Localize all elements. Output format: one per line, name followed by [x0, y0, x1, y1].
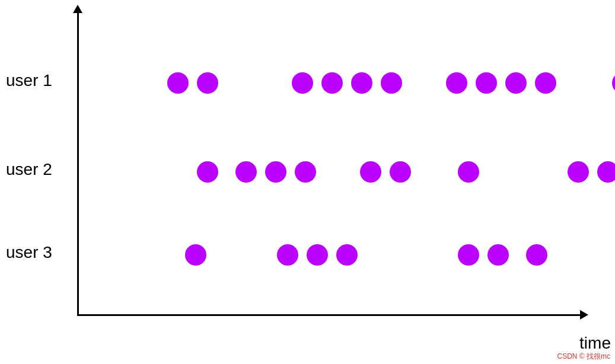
- dot-u2-6: [390, 161, 411, 183]
- dot-u2-3: [265, 161, 286, 183]
- dot-u1-1: [167, 72, 189, 94]
- y-axis-arrow: [73, 5, 82, 13]
- dot-u3-5: [458, 244, 479, 266]
- dot-u2-1: [197, 161, 218, 183]
- dot-u3-7: [526, 244, 547, 266]
- dot-u2-4: [295, 161, 316, 183]
- dot-u1-8: [476, 72, 497, 94]
- y-axis: [77, 12, 79, 314]
- watermark: CSDN © 找很mc: [557, 352, 610, 362]
- dot-u1-3: [292, 72, 313, 94]
- dot-u2-5: [360, 161, 381, 183]
- x-axis-arrow: [580, 310, 588, 320]
- dot-u3-1: [185, 244, 206, 266]
- axes: user 1 user 2 user 3 time: [77, 12, 593, 326]
- dot-u1-5: [351, 72, 372, 94]
- dot-u1-2: [197, 72, 218, 94]
- dot-u2-9: [597, 161, 615, 183]
- dot-u3-2: [277, 244, 298, 266]
- dot-u2-2: [235, 161, 257, 183]
- dot-u2-7: [458, 161, 479, 183]
- dot-u1-10: [535, 72, 556, 94]
- chart-container: user 1 user 2 user 3 time: [0, 0, 615, 364]
- label-user2: user 2: [6, 160, 52, 179]
- dot-u1-11: [612, 72, 615, 94]
- dot-u3-6: [487, 244, 509, 266]
- dot-u1-9: [505, 72, 527, 94]
- label-user1: user 1: [6, 71, 52, 90]
- dot-u1-4: [321, 72, 343, 94]
- label-user3: user 3: [6, 243, 52, 262]
- label-time: time: [579, 334, 611, 353]
- dot-u1-6: [381, 72, 402, 94]
- dot-u3-4: [336, 244, 358, 266]
- dot-u1-7: [446, 72, 467, 94]
- dot-u3-3: [307, 244, 328, 266]
- dot-u2-8: [568, 161, 589, 183]
- x-axis: [77, 314, 581, 316]
